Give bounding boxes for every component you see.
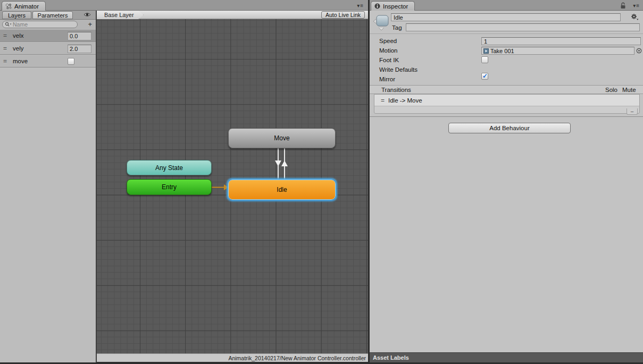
parameter-name: vely	[13, 45, 23, 52]
add-parameter-button[interactable]: +	[88, 20, 92, 28]
search-input[interactable]	[13, 21, 71, 28]
info-icon	[374, 3, 380, 9]
inspector-panel-menu-icon[interactable]: ▾≡	[633, 3, 640, 9]
parameter-row-velx[interactable]: = velx	[0, 30, 96, 42]
tab-layers[interactable]: Layers	[2, 11, 31, 19]
remove-transition-button[interactable]: −	[627, 108, 638, 115]
parameter-name: move	[13, 58, 28, 64]
animator-tabbar: Animator ▾≡	[0, 0, 368, 11]
tag-input[interactable]	[406, 23, 640, 31]
tab-parameters-label: Parameters	[38, 12, 68, 19]
inspector-panel: Inspector ▾≡	[370, 0, 643, 362]
write-defaults-label: Write Defaults	[379, 66, 417, 73]
animator-panel-menu-icon[interactable]: ▾≡	[357, 3, 364, 9]
transitions-list: = Idle -> Move −	[374, 94, 640, 114]
speed-label: Speed	[379, 38, 397, 44]
transition-row-label: Idle -> Move	[388, 97, 422, 104]
tab-inspector-label: Inspector	[383, 3, 408, 10]
drag-handle-icon[interactable]: =	[381, 97, 388, 104]
add-behaviour-button[interactable]: Add Behaviour	[448, 123, 571, 133]
auto-live-link-label: Auto Live Link	[325, 12, 361, 18]
state-node-label: Any State	[155, 164, 183, 172]
parameter-row-vely[interactable]: = vely	[0, 43, 96, 55]
animation-clip-icon	[483, 48, 489, 54]
state-machine-canvas[interactable]: Move Any State Entry Idle	[97, 19, 368, 353]
asset-labels-bar[interactable]: Asset Labels	[370, 352, 643, 362]
parameter-search-row: +	[0, 20, 96, 30]
tab-inspector[interactable]: Inspector	[371, 1, 415, 11]
write-defaults-checkbox[interactable]	[481, 73, 488, 80]
state-machine-icon	[372, 14, 390, 32]
parameter-search-field[interactable]	[2, 21, 78, 28]
tab-animator-label: Animator	[14, 3, 39, 10]
tab-layers-label: Layers	[8, 12, 26, 19]
layers-parameters-toolbar: Layers Parameters	[0, 11, 96, 20]
parameter-value-input[interactable]	[68, 32, 91, 40]
inspector-tabbar: Inspector ▾≡	[370, 0, 643, 11]
transitions-title: Transitions	[381, 87, 411, 93]
foot-ik-checkbox[interactable]	[481, 56, 488, 63]
lock-icon[interactable]	[620, 2, 626, 9]
tab-animator[interactable]: Animator	[2, 1, 46, 11]
drag-handle-icon[interactable]: =	[3, 45, 11, 52]
speed-input[interactable]	[481, 37, 641, 45]
controller-path-bar: Animatrik_20140217/New Animator Controll…	[97, 353, 368, 362]
controller-path-label: Animatrik_20140217/New Animator Controll…	[228, 355, 366, 361]
drag-handle-icon[interactable]: =	[3, 32, 11, 39]
graph-pane: Base Layer Auto Live Link Move Any S	[97, 11, 368, 362]
mute-column-label: Mute	[622, 87, 636, 93]
parameters-pane: Layers Parameters	[0, 11, 96, 362]
state-node-label: Move	[274, 134, 289, 142]
state-node-any-state[interactable]: Any State	[127, 160, 212, 175]
parameter-bool-checkbox[interactable]	[68, 58, 74, 65]
breadcrumb-base-layer[interactable]: Base Layer	[97, 11, 144, 19]
state-node-entry[interactable]: Entry	[127, 179, 212, 195]
state-node-move[interactable]: Move	[228, 128, 336, 148]
mirror-label: Mirror	[379, 76, 395, 82]
gear-icon[interactable]	[631, 13, 639, 21]
motion-label: Motion	[379, 47, 398, 54]
motion-value: Take 001	[490, 48, 514, 54]
motion-object-field[interactable]: Take 001	[481, 47, 634, 55]
transition-row-idle-to-move[interactable]: = Idle -> Move	[374, 95, 639, 106]
animator-controller-icon	[5, 3, 12, 10]
breadcrumb-bar: Base Layer Auto Live Link	[97, 11, 368, 19]
object-picker-icon[interactable]	[636, 48, 642, 54]
solo-column-label: Solo	[605, 87, 617, 93]
parameter-name: velx	[13, 32, 23, 39]
breadcrumb-label: Base Layer	[104, 12, 134, 18]
state-node-label: Idle	[277, 186, 287, 193]
auto-live-link-button[interactable]: Auto Live Link	[321, 11, 365, 19]
transitions-header: Transitions Solo Mute	[370, 85, 643, 94]
parameter-value-input[interactable]	[68, 45, 91, 53]
arrowhead-down-icon	[275, 160, 281, 166]
add-behaviour-label: Add Behaviour	[489, 125, 529, 131]
tab-parameters[interactable]: Parameters	[32, 11, 73, 19]
animator-panel: Animator ▾≡ Layers Parameters	[0, 0, 368, 362]
state-name-input[interactable]	[391, 13, 621, 21]
eye-icon[interactable]	[83, 12, 91, 18]
inspector-content: Tag Speed Motion Take 001 Foot IK Write …	[370, 11, 643, 352]
foot-ik-label: Foot IK	[379, 57, 399, 63]
state-node-label: Entry	[162, 183, 177, 191]
search-icon	[5, 22, 12, 27]
tag-label: Tag	[392, 24, 402, 31]
arrowhead-up-icon	[281, 160, 288, 166]
divider	[370, 116, 643, 117]
drag-handle-icon[interactable]: =	[3, 57, 11, 65]
state-node-idle[interactable]: Idle	[228, 180, 336, 200]
divider	[370, 33, 643, 34]
parameter-row-move[interactable]: = move	[0, 55, 96, 67]
asset-labels-label: Asset Labels	[373, 354, 409, 361]
